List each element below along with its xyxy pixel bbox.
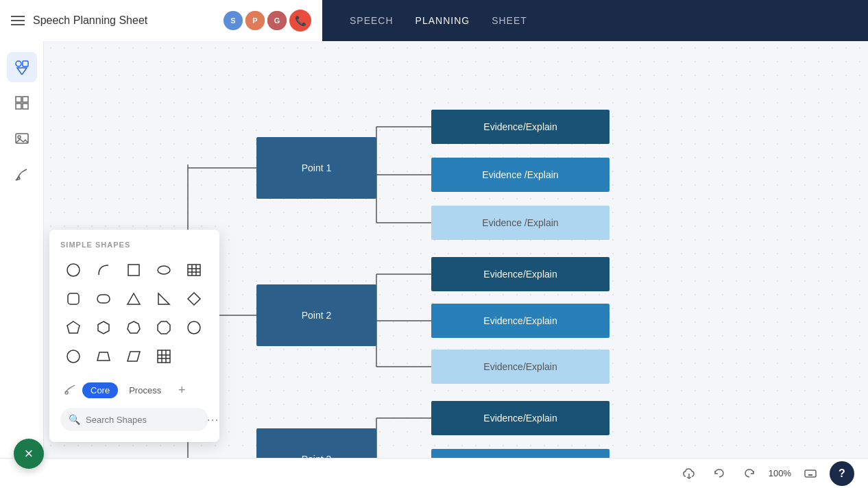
- svg-point-50: [188, 321, 200, 334]
- arc-shape[interactable]: [91, 257, 117, 283]
- add-tab-button[interactable]: +: [172, 380, 191, 400]
- draw-tool-button[interactable]: [7, 159, 37, 189]
- svg-marker-47: [98, 321, 109, 334]
- svg-marker-52: [97, 352, 110, 361]
- help-button[interactable]: ?: [830, 461, 854, 486]
- process-tab[interactable]: Process: [121, 382, 169, 398]
- evidence-3a[interactable]: Evidence/Explain: [431, 401, 610, 435]
- evidence-2b[interactable]: Evidence/Explain: [431, 304, 610, 338]
- stadium-shape[interactable]: [91, 286, 117, 312]
- header-left: Speech Planning Sheet S P G 📞: [0, 0, 322, 41]
- rounded-square-shape[interactable]: [60, 286, 86, 312]
- collaborators: S P G 📞: [224, 10, 311, 32]
- square-shape[interactable]: [121, 257, 147, 283]
- grid2-shape[interactable]: [151, 343, 177, 369]
- svg-rect-9: [16, 103, 21, 109]
- circle-shape[interactable]: [60, 257, 86, 283]
- avatar-p: P: [245, 11, 265, 30]
- avatar-g: G: [267, 11, 287, 30]
- svg-rect-7: [16, 97, 21, 102]
- shapes-search-bar: 🔍 ⋯: [60, 408, 208, 431]
- svg-point-4: [16, 61, 21, 66]
- header-nav: SPEECH PLANNING SHEET: [322, 15, 555, 26]
- svg-text:P: P: [252, 16, 257, 25]
- triangle-shape[interactable]: [121, 286, 147, 312]
- octagon-shape[interactable]: [151, 315, 177, 341]
- redo-button[interactable]: [738, 463, 760, 485]
- shapes-grid: [60, 257, 208, 369]
- nav-planning[interactable]: PLANNING: [415, 15, 470, 26]
- image-tool-button[interactable]: [7, 123, 37, 154]
- phone-button[interactable]: 📞: [289, 10, 311, 32]
- evidence-1a[interactable]: Evidence/Explain: [431, 110, 610, 144]
- nonagon-shape[interactable]: [181, 315, 207, 341]
- menu-button[interactable]: [11, 16, 25, 25]
- svg-marker-48: [128, 321, 140, 333]
- shape-tabs: Core Process +: [60, 380, 208, 400]
- hexagon-shape[interactable]: [91, 315, 117, 341]
- nav-speech[interactable]: SPEECH: [350, 15, 394, 26]
- core-tab[interactable]: Core: [82, 382, 118, 398]
- svg-rect-5: [23, 61, 28, 66]
- shapes-section-label: SIMPLE SHAPES: [60, 241, 208, 249]
- svg-rect-54: [158, 350, 170, 363]
- svg-text:G: G: [274, 16, 280, 25]
- svg-rect-36: [188, 265, 200, 276]
- evidence-1b[interactable]: Evidence /Explain: [431, 158, 610, 192]
- avatar-s: S: [224, 11, 243, 30]
- svg-marker-53: [128, 352, 140, 361]
- search-icon: 🔍: [69, 414, 80, 425]
- svg-point-12: [18, 136, 21, 138]
- svg-rect-41: [68, 293, 79, 304]
- svg-point-33: [67, 264, 80, 276]
- shapes-panel: SIMPLE SHAPES: [49, 230, 219, 442]
- search-shapes-input[interactable]: [86, 415, 201, 425]
- right-triangle-shape[interactable]: [151, 286, 177, 312]
- svg-point-35: [158, 266, 170, 274]
- heptagon-shape[interactable]: [121, 315, 147, 341]
- svg-point-59: [65, 391, 68, 394]
- pentagon-shape[interactable]: [60, 315, 86, 341]
- footer: 100% ?: [0, 458, 868, 488]
- svg-marker-45: [188, 293, 200, 305]
- svg-marker-43: [128, 293, 140, 304]
- ellipse-shape[interactable]: [151, 257, 177, 283]
- evidence-2c[interactable]: Evidence/Explain: [431, 350, 610, 384]
- grid-tool-button[interactable]: [7, 88, 37, 118]
- sidebar: [0, 41, 44, 488]
- svg-marker-44: [158, 293, 169, 304]
- svg-marker-46: [67, 321, 80, 333]
- close-panel-button[interactable]: ×: [14, 439, 44, 469]
- undo-button[interactable]: [708, 463, 730, 485]
- evidence-2a[interactable]: Evidence/Explain: [431, 257, 610, 291]
- svg-rect-42: [97, 295, 110, 303]
- diamond-shape[interactable]: [181, 286, 207, 312]
- svg-point-51: [67, 350, 80, 363]
- evidence-1c[interactable]: Evidence /Explain: [431, 206, 610, 240]
- svg-marker-6: [17, 68, 27, 75]
- point-1-node[interactable]: Point 1: [256, 137, 376, 199]
- svg-marker-49: [158, 321, 170, 334]
- trapezoid-shape[interactable]: [91, 343, 117, 369]
- svg-rect-8: [23, 97, 28, 102]
- document-title: Speech Planning Sheet: [33, 14, 147, 27]
- svg-rect-61: [805, 470, 816, 477]
- keyboard-shortcut-button[interactable]: [799, 463, 821, 485]
- zoom-level-display: 100%: [769, 468, 791, 478]
- point-2-node[interactable]: Point 2: [256, 284, 376, 346]
- shapes-tool-button[interactable]: [7, 52, 37, 82]
- nav-sheet[interactable]: SHEET: [492, 15, 527, 26]
- parallelogram-shape[interactable]: [121, 343, 147, 369]
- header: Speech Planning Sheet S P G 📞 SPEECH PLA…: [0, 0, 868, 41]
- svg-rect-10: [23, 103, 28, 109]
- circle-o-shape[interactable]: [60, 343, 86, 369]
- shapes-tab-icon[interactable]: [60, 380, 80, 400]
- table-shape[interactable]: [181, 257, 207, 283]
- svg-rect-34: [128, 265, 139, 276]
- search-more-button[interactable]: ⋯: [206, 412, 219, 427]
- cloud-save-button[interactable]: [678, 463, 700, 485]
